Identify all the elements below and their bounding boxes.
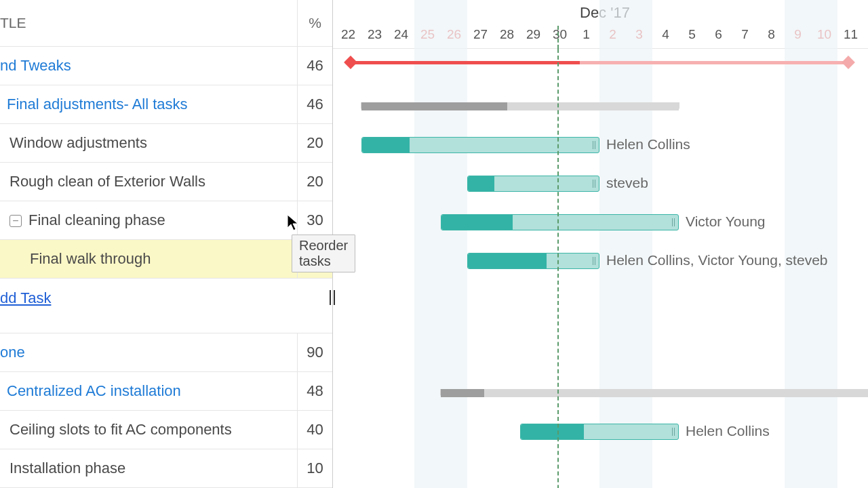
resize-handle-icon[interactable] <box>592 256 596 266</box>
task-title[interactable]: nd Tweaks <box>0 57 297 75</box>
task-row[interactable]: Rough clean of Exterior Walls20 <box>0 163 332 201</box>
day-cell[interactable]: 28 <box>494 27 520 42</box>
task-percent: 30 <box>297 201 332 239</box>
weekend-band <box>599 0 652 49</box>
summary-bar[interactable] <box>441 389 868 397</box>
gantt-row: Helen Collins <box>333 413 868 451</box>
weekend-band <box>785 0 837 49</box>
task-title-text: Final adjustments- All tasks <box>7 96 188 113</box>
pane-splitter-handle[interactable] <box>328 290 336 305</box>
add-task-link[interactable]: dd Task <box>0 279 332 317</box>
assignee-label: steveb <box>606 175 648 191</box>
gantt-row <box>333 336 868 374</box>
task-progress <box>362 138 410 152</box>
task-bar[interactable] <box>467 253 599 269</box>
summary-progress <box>441 389 484 397</box>
task-title-text: Rough clean of Exterior Walls <box>9 173 205 190</box>
task-bar[interactable] <box>441 214 679 230</box>
milestone-bar[interactable] <box>351 61 579 64</box>
task-row[interactable]: −Final cleaning phase30 <box>0 201 332 240</box>
gantt-row <box>333 281 868 319</box>
day-cell[interactable]: 4 <box>652 27 679 42</box>
summary-bar[interactable] <box>361 102 679 110</box>
assignee-label: Helen Collins <box>606 136 690 152</box>
task-row[interactable]: one90 <box>0 333 332 372</box>
assignee-label: Helen Collins, Victor Young, steveb <box>606 252 827 268</box>
day-cell[interactable]: 7 <box>732 27 758 42</box>
task-bar[interactable] <box>467 176 599 192</box>
task-title[interactable]: Installation phase <box>0 460 297 477</box>
day-cell[interactable]: 30 <box>547 27 573 42</box>
task-title-text: nd Tweaks <box>0 57 71 74</box>
task-row[interactable]: Window adjustments20 <box>0 124 332 163</box>
gantt-body[interactable]: Helen CollinsstevebVictor YoungHelen Col… <box>333 49 868 488</box>
task-row[interactable]: Installation phase10 <box>0 449 332 488</box>
assignee-label: Helen Collins <box>686 423 770 439</box>
today-line <box>557 26 559 49</box>
task-row[interactable]: nd Tweaks46 <box>0 47 332 85</box>
task-title-text: Window adjustments <box>9 134 147 151</box>
day-cell[interactable]: 6 <box>705 27 732 42</box>
day-cell[interactable]: 23 <box>361 27 388 42</box>
resize-handle-icon[interactable] <box>671 426 675 437</box>
day-cell[interactable]: 27 <box>467 27 494 42</box>
day-cell[interactable]: 8 <box>758 27 785 42</box>
gantt-row: steveb <box>333 165 868 203</box>
collapse-icon[interactable]: − <box>9 215 22 227</box>
task-title-text: one <box>0 344 25 361</box>
task-percent: 10 <box>297 449 332 487</box>
milestone-diamond-icon[interactable] <box>344 56 357 69</box>
summary-progress <box>361 102 507 110</box>
day-cell[interactable]: 11 <box>837 27 864 42</box>
column-header-percent[interactable]: % <box>297 0 332 46</box>
milestone-bar-remaining[interactable] <box>580 61 848 64</box>
task-row[interactable]: Final walk through60 <box>0 240 332 279</box>
task-progress <box>468 176 494 191</box>
task-title-text: Final walk through <box>30 250 151 267</box>
task-title[interactable]: Window adjustments <box>0 134 297 152</box>
resize-handle-icon[interactable] <box>592 178 596 189</box>
task-list-header: TLE % <box>0 0 332 47</box>
task-row[interactable]: Ceiling slots to fit AC components40 <box>0 411 332 449</box>
task-percent: 20 <box>297 124 332 162</box>
section-spacer <box>0 317 332 333</box>
task-title[interactable]: Final adjustments- All tasks <box>0 96 297 113</box>
gantt-row <box>333 451 868 488</box>
day-cell[interactable]: 22 <box>335 27 361 42</box>
task-row[interactable]: Final adjustments- All tasks46 <box>0 85 332 124</box>
day-cell[interactable]: 29 <box>520 27 547 42</box>
reorder-tooltip: Reorder tasks <box>292 235 355 272</box>
resize-handle-icon[interactable] <box>671 217 675 228</box>
task-title[interactable]: −Final cleaning phase <box>0 211 297 229</box>
task-percent: 20 <box>297 163 332 201</box>
task-row[interactable]: Centralized AC installation48 <box>0 372 332 411</box>
resize-handle-icon[interactable] <box>592 140 596 150</box>
today-line <box>557 49 559 488</box>
day-cell[interactable]: 24 <box>388 27 414 42</box>
task-bar[interactable] <box>520 424 679 440</box>
task-percent: 40 <box>297 411 332 449</box>
gantt-row <box>333 87 868 126</box>
task-title[interactable]: one <box>0 344 297 361</box>
task-percent: 46 <box>297 47 332 85</box>
task-title-text: Final cleaning phase <box>28 211 165 228</box>
gantt-row: Helen Collins, Victor Young, steveb <box>333 242 868 281</box>
task-title[interactable]: Rough clean of Exterior Walls <box>0 173 297 190</box>
gantt-row <box>333 374 868 413</box>
day-cell[interactable]: 5 <box>679 27 705 42</box>
task-list-pane: TLE % nd Tweaks46Final adjustments- All … <box>0 0 332 488</box>
day-cell[interactable]: 1 <box>573 27 599 42</box>
task-title[interactable]: Final walk through <box>0 250 297 268</box>
gantt-row <box>333 319 868 336</box>
gantt-pane[interactable]: Dec '17 2223242526272829301234567891011 … <box>332 0 868 488</box>
task-title-text: Ceiling slots to fit AC components <box>9 421 232 438</box>
task-progress <box>441 215 513 230</box>
milestone-diamond-icon[interactable] <box>842 56 855 69</box>
task-title[interactable]: Ceiling slots to fit AC components <box>0 421 297 439</box>
task-percent: 90 <box>297 333 332 371</box>
task-bar[interactable] <box>361 137 599 153</box>
task-title-text: Centralized AC installation <box>7 382 181 399</box>
task-title[interactable]: Centralized AC installation <box>0 382 297 400</box>
assignee-label: Victor Young <box>686 214 766 230</box>
column-header-title[interactable]: TLE <box>0 15 297 31</box>
